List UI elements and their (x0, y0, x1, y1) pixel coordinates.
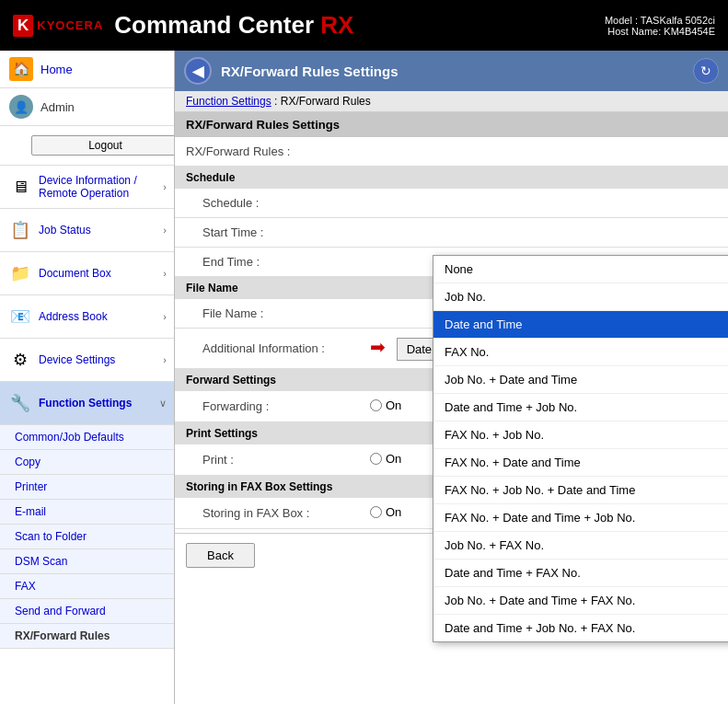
device-info-chevron: › (163, 181, 167, 192)
function-settings-chevron: ∨ (159, 398, 167, 410)
dropdown-option-fax-job-date[interactable]: FAX No. + Job No. + Date and Time (433, 477, 728, 504)
logout-button[interactable]: Logout (31, 135, 175, 156)
device-settings-label: Device Settings (39, 353, 157, 366)
dropdown-option-fax-date-job[interactable]: FAX No. + Date and Time + Job No. (433, 504, 728, 532)
forwarding-on-text: On (386, 398, 401, 412)
kyocera-k-icon: K (13, 15, 33, 37)
rx-forward-rules-row: RX/Forward Rules : (175, 137, 728, 167)
additional-info-label: Additional Information : (175, 329, 359, 369)
sidebar-sub-rx-forward[interactable]: RX/Forward Rules (0, 624, 174, 649)
storing-on-label[interactable]: On (370, 505, 401, 519)
print-on-label[interactable]: On (370, 452, 401, 466)
address-book-chevron: › (163, 311, 167, 322)
address-book-label: Address Book (39, 310, 157, 323)
dropdown-option-job-fax[interactable]: Job No. + FAX No. (433, 532, 728, 560)
dropdown-option-job-no[interactable]: Job No. (433, 283, 728, 311)
dropdown-option-date-job[interactable]: Date and Time + Job No. (433, 394, 728, 421)
sidebar-item-device-settings[interactable]: ⚙ Device Settings › (0, 339, 174, 382)
schedule-label: Schedule : (175, 189, 359, 218)
function-settings-icon: 🔧 (7, 390, 33, 416)
document-box-label: Document Box (39, 267, 157, 280)
device-info-icon: 🖥 (7, 174, 33, 200)
sidebar-item-job-status[interactable]: 📋 Job Status › (0, 209, 174, 252)
print-on-radio[interactable] (370, 453, 382, 465)
schedule-section-label: Schedule (175, 167, 728, 190)
device-settings-chevron: › (163, 354, 167, 365)
schedule-row: Schedule : (175, 189, 728, 218)
forwarding-label: Forwarding : (175, 391, 359, 422)
breadcrumb: Function Settings : RX/Forward Rules (175, 91, 728, 112)
back-button-form[interactable]: Back (186, 543, 255, 568)
breadcrumb-separator: : (274, 95, 281, 108)
dropdown-option-job-date-fax[interactable]: Job No. + Date and Time + FAX No. (433, 587, 728, 615)
breadcrumb-current: RX/Forward Rules (281, 95, 371, 108)
sidebar-item-device-info[interactable]: 🖥 Device Information / Remote Operation … (0, 166, 174, 209)
home-icon: 🏠 (9, 57, 33, 81)
sidebar-sub-email[interactable]: E-mail (0, 500, 174, 525)
section-header: RX/Forward Rules Settings (175, 112, 728, 137)
address-book-icon: 📧 (7, 304, 33, 329)
print-label: Print : (175, 444, 359, 476)
kyocera-brand-text: KYOCERA (37, 18, 103, 32)
sidebar-sub-menu: Common/Job Defaults Copy Printer E-mail … (0, 425, 174, 649)
model-info: Model : TASKalfa 5052ci Host Name: KM4B4… (605, 15, 715, 37)
content-header-title: RX/Forward Rules Settings (221, 63, 399, 79)
sidebar-sub-printer[interactable]: Printer (0, 475, 174, 500)
refresh-button[interactable]: ↻ (693, 58, 719, 84)
dropdown-option-date-time[interactable]: Date and Time (433, 311, 728, 339)
function-settings-label: Function Settings (39, 397, 154, 410)
content-header: ◀ RX/Forward Rules Settings ↻ (175, 51, 728, 91)
print-on-text: On (386, 452, 401, 466)
dropdown-option-fax-job[interactable]: FAX No. + Job No. (433, 421, 728, 449)
sidebar-sub-scan-folder[interactable]: Scan to Folder (0, 525, 174, 549)
back-button[interactable]: ◀ (184, 57, 212, 85)
dropdown-option-none[interactable]: None (433, 256, 728, 283)
forwarding-on-radio[interactable] (370, 399, 382, 411)
sidebar-item-function-settings[interactable]: 🔧 Function Settings ∨ (0, 382, 174, 425)
dropdown-option-fax-date[interactable]: FAX No. + Date and Time (433, 449, 728, 477)
dropdown-option-job-date[interactable]: Job No. + Date and Time (433, 366, 728, 394)
schedule-section-row: Schedule (175, 167, 728, 190)
sidebar: 🏠 Home 👤 Admin Logout 🖥 Device Informati… (0, 51, 175, 704)
start-time-value (359, 218, 728, 248)
sidebar-item-document-box[interactable]: 📁 Document Box › (0, 252, 174, 295)
dropdown-option-date-job-fax[interactable]: Date and Time + Job No. + FAX No. (433, 615, 728, 641)
app-title: Command Center RX (114, 11, 353, 40)
sidebar-home-item[interactable]: 🏠 Home (0, 51, 174, 88)
sidebar-sub-fax[interactable]: FAX (0, 574, 174, 599)
storing-on-radio[interactable] (370, 506, 382, 518)
sidebar-sub-send-forward[interactable]: Send and Forward (0, 599, 174, 624)
device-info-label: Device Information / Remote Operation (39, 174, 157, 200)
storing-on-text: On (386, 505, 401, 519)
admin-avatar: 👤 (9, 95, 33, 119)
forwarding-on-label[interactable]: On (370, 398, 401, 412)
end-time-label: End Time : (175, 248, 359, 277)
admin-label: Admin (40, 100, 75, 114)
document-box-chevron: › (163, 268, 167, 279)
sidebar-sub-dsm-scan[interactable]: DSM Scan (0, 549, 174, 574)
sidebar-sub-copy[interactable]: Copy (0, 450, 174, 475)
dropdown-option-fax-no[interactable]: FAX No. (433, 339, 728, 366)
sidebar-admin: 👤 Admin (0, 88, 174, 126)
breadcrumb-link[interactable]: Function Settings (186, 95, 272, 108)
home-link[interactable]: Home (40, 63, 73, 76)
file-name-label: File Name : (175, 299, 359, 329)
app-header: K KYOCERA Command Center RX Model : TASK… (0, 0, 728, 51)
rx-forward-rules-value (359, 137, 728, 167)
start-time-row: Start Time : (175, 218, 728, 248)
content-area: ◀ RX/Forward Rules Settings ↻ Function S… (175, 51, 728, 704)
sidebar-item-address-book[interactable]: 📧 Address Book › (0, 295, 174, 339)
app-title-highlight: RX (320, 11, 353, 39)
rx-forward-rules-label: RX/Forward Rules : (175, 137, 359, 167)
start-time-label: Start Time : (175, 218, 359, 248)
job-status-label: Job Status (39, 224, 157, 237)
dropdown-overlay[interactable]: None Job No. Date and Time FAX No. Job N… (433, 255, 728, 642)
device-settings-icon: ⚙ (7, 347, 33, 373)
dropdown-option-date-fax[interactable]: Date and Time + FAX No. (433, 560, 728, 587)
job-status-chevron: › (163, 225, 167, 236)
sidebar-nav: 🖥 Device Information / Remote Operation … (0, 166, 174, 704)
schedule-value (359, 189, 728, 218)
job-status-icon: 📋 (7, 217, 33, 243)
sidebar-sub-common[interactable]: Common/Job Defaults (0, 425, 174, 450)
arrow-indicator: ➡ (370, 337, 386, 357)
